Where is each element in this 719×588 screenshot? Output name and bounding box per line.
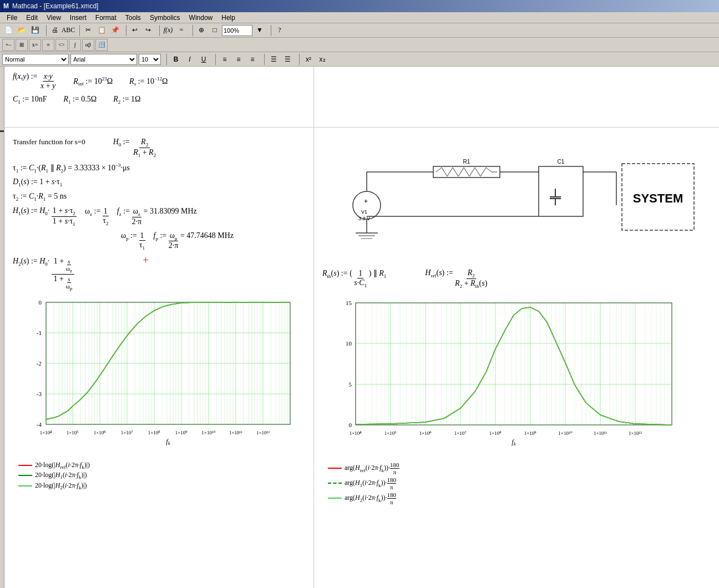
new-button[interactable]: 📄 xyxy=(2,24,14,37)
sep6 xyxy=(268,25,271,36)
svg-text:fk: fk xyxy=(166,438,170,446)
tau1-expr[interactable]: τ1 := C1·(R1 ∥ R2) = 3.33333 × 10−3·μs xyxy=(13,164,130,172)
align-right-button[interactable]: ≡ xyxy=(246,53,259,65)
legend-right-href: arg(Href(i·2π·fk))·180π xyxy=(328,462,711,475)
math-btn-2[interactable]: ⊞ xyxy=(16,39,28,51)
spellcheck-button[interactable]: ABC xyxy=(62,24,74,37)
italic-button[interactable]: I xyxy=(184,53,196,65)
wp-row: ωp := 1 τ1 fp := ωp 2·π = 47.74648 MHz xyxy=(13,231,305,251)
svg-text:1×10¹⁰: 1×10¹⁰ xyxy=(558,430,572,436)
format-sep3 xyxy=(261,54,265,65)
zoom-input[interactable] xyxy=(222,25,252,36)
menu-view[interactable]: View xyxy=(42,14,65,22)
svg-text:-1: -1 xyxy=(37,330,42,336)
function-button[interactable]: f(x) xyxy=(162,24,174,37)
math-btn-6[interactable]: ∫ xyxy=(69,39,81,51)
H2-expr[interactable]: H2(s) := H0· 1 + s ωz 1 + s xyxy=(13,257,76,265)
help-button[interactable]: ? xyxy=(274,24,286,37)
zoom-dropdown[interactable]: ▼ xyxy=(254,24,266,37)
svg-text:1×10⁸: 1×10⁸ xyxy=(489,430,502,436)
svg-text:1×10⁴: 1×10⁴ xyxy=(40,430,53,435)
eq-r2[interactable]: R2 := 1Ω xyxy=(113,95,140,105)
menu-symbolics[interactable]: Symbolics xyxy=(145,14,185,22)
page-gutter xyxy=(0,67,4,588)
eq-rinf[interactable]: Rinf := 1023Ω xyxy=(73,76,113,87)
eq-c1[interactable]: C1 := 10nF xyxy=(13,95,47,105)
menu-window[interactable]: Window xyxy=(185,14,217,22)
legend-right-h2-line xyxy=(328,498,342,499)
legend-href-text: 20·log(|Href(i·2π·fk)|) xyxy=(35,461,90,470)
H1-expr[interactable]: H1(s) := H0· 1 + s·τ2 1 + s·τ1 xyxy=(13,206,77,227)
list-button[interactable]: ☰ xyxy=(267,53,280,65)
open-button[interactable]: 📂 xyxy=(16,24,28,37)
right-chart-container[interactable]: 15 10 5 0 xyxy=(322,297,711,460)
subscript-button[interactable]: x₂ xyxy=(316,53,328,65)
svg-text:-3: -3 xyxy=(37,391,42,397)
save-button[interactable]: 💾 xyxy=(29,24,41,37)
legend-h2-line xyxy=(18,485,32,486)
math-toolbar: +– ⊞ x= ≡ <> ∫ αβ 🔣 xyxy=(0,38,719,52)
H0-expr[interactable]: H0 := R2 R1 + R2 xyxy=(113,138,158,158)
cut-button[interactable]: ✂ xyxy=(82,24,94,37)
legend-h1: 20·log(|H1(i·2π·fk)|) xyxy=(18,471,305,480)
align-center-button[interactable]: ≡ xyxy=(232,53,245,65)
svg-text:10: 10 xyxy=(346,340,352,347)
redo-button[interactable]: ↪ xyxy=(142,24,154,37)
format-sep2 xyxy=(212,54,216,65)
math-btn-3[interactable]: x= xyxy=(29,39,41,51)
underline-button[interactable]: U xyxy=(198,53,210,65)
svg-text:1×10⁸: 1×10⁸ xyxy=(148,430,161,435)
left-chart-container[interactable]: 0 -1 -2 -3 -4 xyxy=(13,297,305,460)
legend-href: 20·log(|Href(i·2π·fk)|) xyxy=(18,461,305,470)
menu-format[interactable]: Format xyxy=(91,14,121,22)
equation-button[interactable]: = xyxy=(175,24,188,37)
D1-expr[interactable]: D1(s) := 1 + s·τ1 xyxy=(13,178,62,186)
legend-h2: 20·log(|H2(i·2π·fk)|) xyxy=(18,481,305,490)
fp-expr[interactable]: fp := ωp 2·π = 47.74648 MHz xyxy=(154,231,234,251)
eq-fxy[interactable]: f(x,y) := x·y x + y xyxy=(13,72,57,90)
superscript-button[interactable]: x² xyxy=(302,53,315,65)
wz-expr[interactable]: ωz := 1 τ2 xyxy=(85,207,109,226)
insert-button[interactable]: ⊕ xyxy=(195,24,207,37)
eq-r1[interactable]: R1 := 0.5Ω xyxy=(63,95,97,105)
undo-button[interactable]: ↩ xyxy=(129,24,141,37)
wp-expr[interactable]: ωp := 1 τ1 xyxy=(121,231,145,251)
rth-href-row: Rth(s) := ( 1 s·C1 ) ∥ R1 Href(s) := R2 xyxy=(322,268,711,289)
size-select[interactable]: 10 xyxy=(139,54,161,65)
numlist-button[interactable]: ☰ xyxy=(281,53,293,65)
bold-button[interactable]: B xyxy=(170,53,182,65)
svg-text:1×10⁶: 1×10⁶ xyxy=(94,430,107,435)
fz-expr[interactable]: fz := ωz 2·π = 31.83099 MHz xyxy=(117,207,197,226)
font-select[interactable]: Arial xyxy=(70,54,137,65)
bode-phase-chart: 15 10 5 0 xyxy=(322,297,683,458)
right-chart-legend: arg(Href(i·2π·fk))·180π arg(H1(i·2π·fk))… xyxy=(328,462,711,505)
legend-right-h1-text: arg(H1(i·2π·fk))·180π xyxy=(345,477,396,490)
eq-rs[interactable]: Rs := 10−12Ω xyxy=(129,76,168,87)
svg-text:1×10⁵: 1×10⁵ xyxy=(384,430,397,436)
math-btn-8[interactable]: 🔣 xyxy=(95,39,108,51)
svg-text:0: 0 xyxy=(349,422,352,428)
graph-button[interactable]: □ xyxy=(209,24,221,37)
align-left-button[interactable]: ≡ xyxy=(219,53,231,65)
rth-expr[interactable]: Rth(s) := ( 1 s·C1 ) ∥ R1 xyxy=(322,268,386,288)
print-button[interactable]: 🖨 xyxy=(49,24,61,37)
math-btn-1[interactable]: +– xyxy=(2,39,14,51)
menu-file[interactable]: File xyxy=(2,14,22,22)
circuit-svg: + V1 3.3 V R1 500 mΩ xyxy=(322,133,700,255)
svg-point-85 xyxy=(353,191,381,219)
paste-button[interactable]: 📌 xyxy=(109,24,121,37)
href-expr[interactable]: Href(s) := R2 R2 + Rth(s) xyxy=(425,268,487,289)
math-btn-4[interactable]: ≡ xyxy=(42,39,54,51)
menu-tools[interactable]: Tools xyxy=(121,14,145,22)
top-equations-row2: C1 := 10nF R1 := 0.5Ω R2 := 1Ω xyxy=(13,95,305,105)
style-select[interactable]: Normal xyxy=(2,54,69,65)
menu-help[interactable]: Help xyxy=(217,14,240,22)
svg-text:SYSTEM: SYSTEM xyxy=(633,191,683,205)
tau2-expr[interactable]: τ2 := C1·R1 = 5 ns xyxy=(13,192,67,200)
math-btn-5[interactable]: <> xyxy=(55,39,68,51)
menu-edit[interactable]: Edit xyxy=(22,14,42,22)
copy-button[interactable]: 📋 xyxy=(95,24,108,37)
sep4 xyxy=(156,25,160,36)
math-btn-7[interactable]: αβ xyxy=(82,39,94,51)
menu-insert[interactable]: Insert xyxy=(65,14,91,22)
